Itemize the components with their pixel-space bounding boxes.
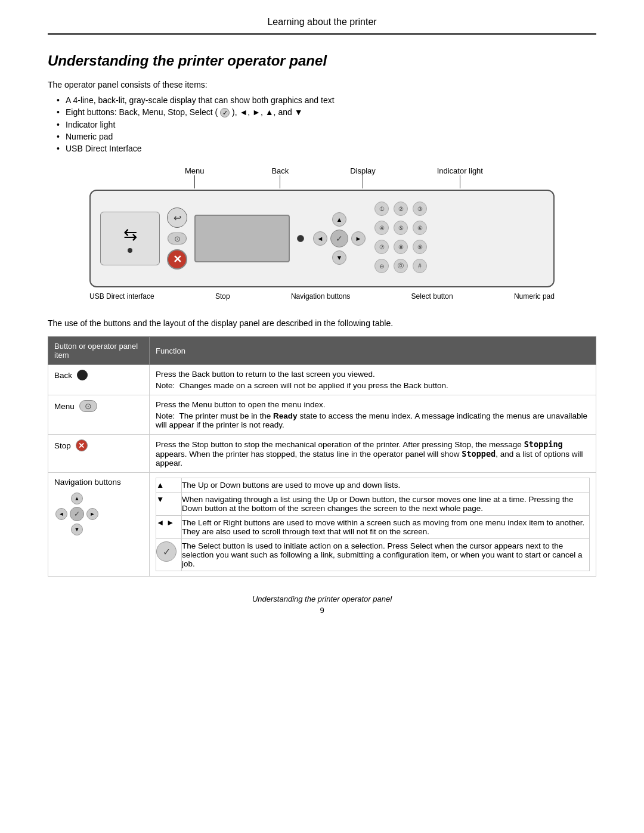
numeric-pad: ① ② ③ ④ ⑤ ⑥ ⑦ ⑧ ⑨ ⊖ ⓪ #: [374, 202, 429, 275]
nav-function-cell: ▲ The Up or Down buttons are used to mov…: [150, 473, 596, 577]
label-select-button: Select button: [411, 292, 453, 301]
back-button-dot: [77, 370, 88, 380]
menu-item-cell: Menu ⊙: [48, 395, 150, 435]
feature-list: A 4-line, back-lit, gray-scale display t…: [66, 94, 596, 154]
small-nav-right: ►: [86, 508, 98, 520]
nav-pad-small: ▲ ◄ ✓ ► ▼: [54, 491, 100, 537]
description-text: The use of the buttons and the layout of…: [48, 318, 596, 328]
usb-dot: [128, 248, 132, 253]
small-nav-up: ▲: [71, 493, 83, 504]
usb-icon: ⇆: [123, 225, 137, 244]
indicator-light: [297, 235, 304, 242]
nav-left: ◄: [311, 230, 329, 247]
table-row-stop: Stop ✕ Press the Stop button to stop the…: [48, 435, 596, 473]
display-screen: [194, 215, 290, 262]
menu-function-cell: Press the Menu button to open the menu i…: [150, 395, 596, 435]
nav-select-center: ✓: [330, 230, 348, 247]
list-item: Eight buttons: Back, Menu, Stop, Select …: [66, 106, 596, 119]
printer-body: ⇆ ↩ ⊙ ✕ ▲ ◄ ✓ ►: [89, 190, 555, 287]
table-row-menu: Menu ⊙ Press the Menu button to open the…: [48, 395, 596, 435]
small-nav-center: ✓: [70, 507, 84, 521]
nav-down: ▼: [330, 249, 348, 267]
small-nav-left: ◄: [55, 508, 67, 520]
menu-label: Menu: [54, 402, 75, 411]
page-footer: Understanding the printer operator panel: [48, 594, 596, 603]
back-item-cell: Back: [48, 365, 150, 395]
control-buttons: ↩ ⊙ ✕: [167, 208, 187, 270]
label-back: Back: [271, 166, 289, 188]
list-item: Numeric pad: [66, 131, 596, 143]
label-usb-direct: USB Direct interface: [89, 292, 154, 301]
list-item: USB Direct Interface: [66, 143, 596, 154]
functions-table: Button or operator panelitem Function Ba…: [48, 336, 596, 577]
stop-label: Stop: [54, 441, 71, 450]
table-header-function: Function: [150, 337, 596, 365]
stop-button-icon: ✕: [167, 249, 187, 270]
nav-item-cell: Navigation buttons ▲ ◄ ✓ ►: [48, 473, 150, 577]
page-header: Learning about the printer: [48, 0, 596, 35]
label-indicator: Indicator light: [437, 166, 483, 188]
nav-up: ▲: [330, 210, 348, 228]
table-row-back: Back Press the Back button to return to …: [48, 365, 596, 395]
stop-button-small: ✕: [76, 439, 88, 451]
small-select-icon: ✓: [156, 541, 177, 562]
menu-button-icon: ⊙: [168, 233, 187, 244]
section-title: Understanding the printer operator panel: [48, 52, 596, 69]
label-menu: Menu: [185, 166, 205, 188]
label-nav-buttons: Navigation buttons: [291, 292, 350, 301]
footer-italic-text: Understanding the printer operator panel: [48, 594, 596, 603]
page-number: 9: [48, 606, 596, 615]
small-nav-down: ▼: [71, 524, 83, 535]
printer-diagram: Menu Back Display Indicator light ⇆ ↩ ⊙: [89, 166, 555, 301]
back-function-cell: Press the Back button to return to the l…: [150, 365, 596, 395]
list-item: Indicator light: [66, 119, 596, 131]
menu-button-small: ⊙: [79, 400, 97, 412]
label-numeric-pad: Numeric pad: [514, 292, 555, 301]
header-title: Learning about the printer: [48, 17, 596, 27]
back-label: Back: [54, 371, 72, 380]
label-stop: Stop: [215, 292, 230, 301]
label-display: Display: [350, 166, 376, 188]
navigation-pad: ▲ ◄ ✓ ► ▼: [311, 210, 367, 267]
stop-function-cell: Press the Stop button to stop the mechan…: [150, 435, 596, 473]
diagram-top-labels: Menu Back Display Indicator light: [89, 166, 555, 188]
list-item: A 4-line, back-lit, gray-scale display t…: [66, 94, 596, 106]
back-button-icon: ↩: [167, 208, 187, 228]
stop-item-cell: Stop ✕: [48, 435, 150, 473]
table-row-navigation: Navigation buttons ▲ ◄ ✓ ►: [48, 473, 596, 577]
diagram-bottom-labels: USB Direct interface Stop Navigation but…: [89, 292, 555, 301]
nav-right: ►: [349, 230, 367, 247]
table-header-item: Button or operator panelitem: [48, 337, 150, 365]
intro-description: The operator panel consists of these ite…: [48, 80, 596, 89]
usb-section: ⇆: [100, 212, 160, 265]
